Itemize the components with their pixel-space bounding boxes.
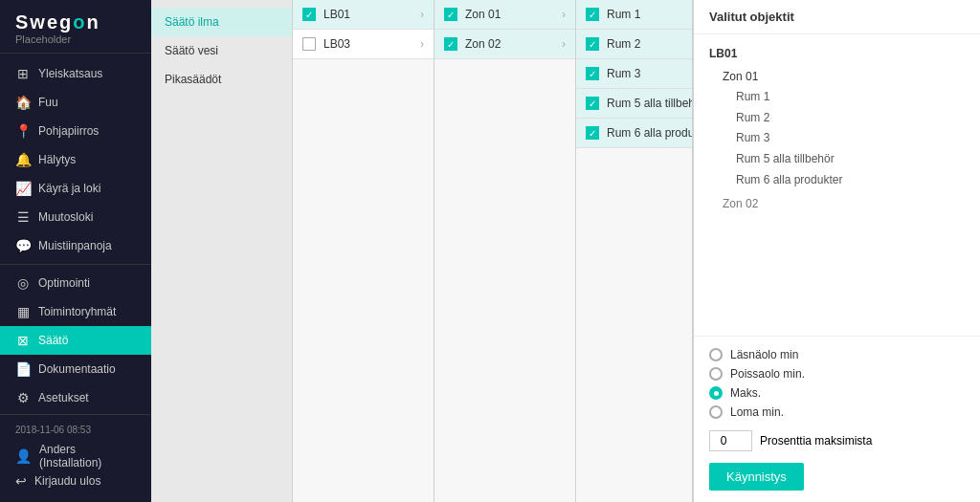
subnav-saato-vesi[interactable]: Säätö vesi <box>151 36 292 65</box>
user-info[interactable]: 👤 Anders (Installation) <box>15 443 136 469</box>
group-icon: ▦ <box>15 304 31 319</box>
radio-maks[interactable]: Maks. <box>709 386 965 400</box>
radio-lomaMin[interactable]: Loma min. <box>709 405 965 419</box>
checkbox-rum6alla[interactable] <box>586 126 599 140</box>
percent-input[interactable] <box>709 430 752 451</box>
percent-row: Prosenttia maksimista <box>709 430 965 451</box>
sidebar-item-yleiskatsaus[interactable]: ⊞ Yleiskatsaus <box>0 59 151 88</box>
list-item[interactable]: Rum 2 <box>576 30 693 59</box>
subnav-panel: Säätö ilma Säätö vesi Pikasäädöt <box>151 0 293 502</box>
gear-icon: ⚙ <box>15 390 31 405</box>
item-label-rum1: Rum 1 <box>607 8 693 21</box>
list-item[interactable]: Rum 5 alla tillbehör <box>576 89 693 119</box>
sidebar-item-pohjapiirros[interactable]: 📍 Pohjapiirros <box>0 117 151 145</box>
sidebar-item-dokumentaatio[interactable]: 📄 Dokumentaatio <box>0 355 151 383</box>
logout-icon: ↩ <box>15 473 27 489</box>
sidebar-logo: Swegon Placeholder <box>0 0 151 54</box>
right-panel: Valitut objektit LB01 Zon 01 Rum 1 Rum 2… <box>693 0 980 502</box>
sidebar-item-kayra[interactable]: 📈 Käyrä ja loki <box>0 174 151 203</box>
radio-circle-lasnaoloMin[interactable] <box>709 348 723 361</box>
list-icon: ☰ <box>15 209 31 225</box>
item-label-lb01: LB01 <box>323 8 420 21</box>
checkbox-rum3[interactable] <box>586 67 599 80</box>
sidebar-item-halytys[interactable]: 🔔 Hälytys <box>0 145 151 174</box>
bell-icon: 🔔 <box>15 152 31 167</box>
checkbox-rum5alla[interactable] <box>586 97 599 110</box>
sidebar-navigation: ⊞ Yleiskatsaus 🏠 Fuu 📍 Pohjapiirros 🔔 Hä… <box>0 54 151 414</box>
tree-zon02: Zon 02 <box>709 194 965 215</box>
list-item[interactable]: Rum 3 <box>576 59 693 89</box>
tree-rum3: Rum 3 <box>709 128 965 149</box>
sidebar: Swegon Placeholder ⊞ Yleiskatsaus 🏠 Fuu … <box>0 0 151 502</box>
item-label-rum5alla: Rum 5 alla tillbehör <box>607 97 693 110</box>
checkbox-rum2[interactable] <box>586 37 599 51</box>
subnav-saato-ilma[interactable]: Säätö ilma <box>151 8 292 36</box>
optimize-icon: ◎ <box>15 275 31 291</box>
item-label-lb03: LB03 <box>323 37 420 51</box>
settings-icon: ⊠ <box>15 333 31 348</box>
list-item[interactable]: LB03 › <box>293 30 434 59</box>
tree-rum6alla: Rum 6 alla produkter <box>709 170 965 191</box>
checkbox-zon01[interactable] <box>444 8 457 21</box>
start-button[interactable]: Käynnistys <box>709 463 804 491</box>
item-label-zon01: Zon 01 <box>465 8 562 21</box>
item-label-rum6alla: Rum 6 alla produkter <box>607 126 693 140</box>
column-1: LB01 › LB03 › <box>293 0 434 502</box>
object-columns: LB01 › LB03 › Zon 01 › Zon 02 › <box>293 0 693 502</box>
column-3: Rum 1 Rum 2 Rum 3 Rum 5 alla tillbehör R… <box>576 0 693 502</box>
chevron-right-icon: › <box>562 37 566 51</box>
sidebar-item-saato[interactable]: ⊠ Säätö <box>0 326 151 355</box>
sidebar-item-muutosloki[interactable]: ☰ Muutosloki <box>0 203 151 231</box>
tree-rum2: Rum 2 <box>709 108 965 129</box>
tree-zon01: Zon 01 <box>709 67 965 88</box>
subnav-pikasaadot[interactable]: Pikasäädöt <box>151 65 292 94</box>
tree-root-lb01: LB01 <box>709 44 965 65</box>
sidebar-item-muistiinpanoja[interactable]: 💬 Muistiinpanoja <box>0 231 151 260</box>
user-icon: 👤 <box>15 448 32 464</box>
percent-label: Prosenttia maksimista <box>760 434 872 447</box>
checkbox-lb01[interactable] <box>302 8 316 21</box>
chevron-right-icon: › <box>420 8 424 21</box>
list-item[interactable]: Zon 02 › <box>434 30 575 59</box>
logo-placeholder: Placeholder <box>15 33 136 45</box>
list-item[interactable]: Rum 1 <box>576 0 693 30</box>
item-label-zon02: Zon 02 <box>465 37 562 51</box>
logout-label: Kirjaudu ulos <box>34 474 100 488</box>
checkbox-zon02[interactable] <box>444 37 457 51</box>
radio-circle-lomaMin[interactable] <box>709 405 723 419</box>
right-panel-title: Valitut objektit <box>694 0 980 34</box>
chevron-right-icon: › <box>562 8 566 21</box>
logout-button[interactable]: ↩ Kirjaudu ulos <box>15 473 136 489</box>
map-icon: 📍 <box>15 123 31 139</box>
user-name: Anders (Installation) <box>39 443 136 469</box>
checkbox-rum1[interactable] <box>586 8 599 21</box>
checkbox-lb03[interactable] <box>302 37 316 51</box>
column-2: Zon 01 › Zon 02 › <box>434 0 576 502</box>
logo-text: Swegon <box>15 11 136 33</box>
chart-icon: 📈 <box>15 181 31 196</box>
timestamp: 2018-11-06 08:53 <box>15 425 136 435</box>
radio-poissaoloMin[interactable]: Poissaolo min. <box>709 367 965 381</box>
main-content: Säätö ilma Säätö vesi Pikasäädöt LB01 › … <box>151 0 980 502</box>
sidebar-footer: 2018-11-06 08:53 👤 Anders (Installation)… <box>0 414 151 502</box>
sidebar-item-fuu[interactable]: 🏠 Fuu <box>0 88 151 117</box>
object-tree: LB01 Zon 01 Rum 1 Rum 2 Rum 3 Rum 5 alla… <box>694 34 980 336</box>
radio-circle-poissaoloMin[interactable] <box>709 367 723 381</box>
fuu-icon: 🏠 <box>15 95 31 110</box>
list-item[interactable]: LB01 › <box>293 0 434 30</box>
tree-rum5alla: Rum 5 alla tillbehör <box>709 149 965 170</box>
home-icon: ⊞ <box>15 66 31 81</box>
sidebar-item-toimintoryhmat[interactable]: ▦ Toimintoryhmät <box>0 297 151 326</box>
radio-lasnaoloMin[interactable]: Läsnäolo min <box>709 348 965 361</box>
item-label-rum3: Rum 3 <box>607 67 693 80</box>
radio-circle-maks[interactable] <box>709 386 723 400</box>
item-label-rum2: Rum 2 <box>607 37 693 51</box>
sidebar-item-asetukset[interactable]: ⚙ Asetukset <box>0 383 151 412</box>
sidebar-item-optimointi[interactable]: ◎ Optimointi <box>0 269 151 297</box>
radio-group: Läsnäolo min Poissaolo min. Maks. Loma m… <box>709 348 965 419</box>
list-item[interactable]: Rum 6 alla produkter <box>576 119 693 148</box>
tree-node-lb01: LB01 Zon 01 Rum 1 Rum 2 Rum 3 Rum 5 alla… <box>709 44 965 215</box>
comment-icon: 💬 <box>15 238 31 253</box>
controls-area: Läsnäolo min Poissaolo min. Maks. Loma m… <box>694 336 980 502</box>
list-item[interactable]: Zon 01 › <box>434 0 575 30</box>
